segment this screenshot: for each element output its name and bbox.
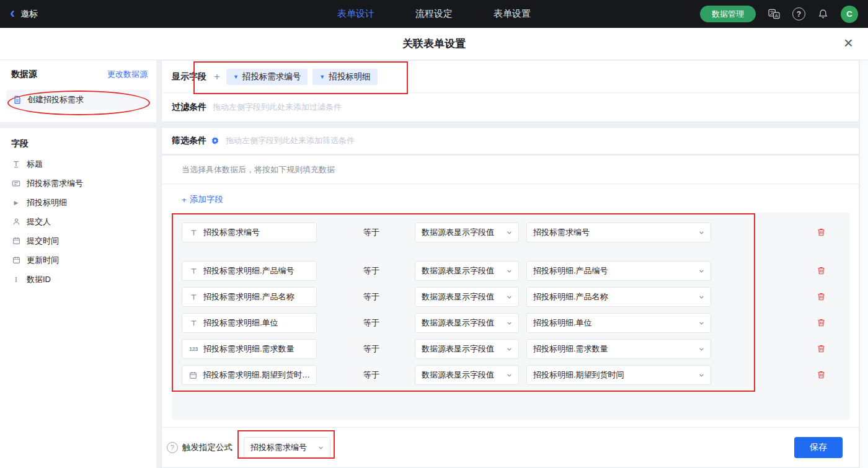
chevron-down-icon [699, 373, 704, 378]
text-icon [188, 229, 198, 237]
datasource-item[interactable]: 创建招投标需求 [6, 90, 150, 110]
add-field-button[interactable]: + 添加字段 [182, 194, 223, 205]
filter-drop-zone[interactable]: 过滤条件 拖动左侧字段到此处来添加过滤条件 [162, 93, 859, 121]
sidebar-field-4[interactable]: 提交时间 [0, 231, 156, 250]
rule-source-select[interactable]: 数据源表显示字段值 [415, 365, 519, 385]
rule-target-value: 招投标明细.期望到货时间 [533, 369, 624, 381]
datasource-title: 数据源 [11, 69, 37, 80]
rule-row: 招投标需求明细.单位等于数据源表显示字段值招投标明细.单位 [172, 313, 850, 333]
back-label[interactable]: 邀标 [20, 9, 38, 20]
rule-operator: 等于 [363, 287, 379, 307]
bell-icon[interactable] [818, 9, 828, 19]
rule-target-select[interactable]: 招投标需求编号 [526, 223, 711, 242]
calendar-icon [11, 256, 21, 264]
add-display-field-button[interactable]: + [214, 71, 220, 82]
rule-target-select[interactable]: 招投标明细.需求数量 [526, 339, 711, 359]
rule-target-select[interactable]: 招投标明细.产品编号 [526, 261, 711, 281]
tab-flow-settings[interactable]: 流程设定 [415, 8, 453, 20]
rule-field-chip[interactable]: 123招投标需求明细.需求数量 [182, 339, 317, 359]
rule-source-value: 数据源表显示字段值 [422, 227, 494, 238]
trash-icon[interactable] [817, 344, 826, 354]
field-label: 招投标需求编号 [27, 178, 83, 189]
display-field-chip[interactable]: ▼招投标需求编号 [226, 69, 308, 85]
datasource-panel: 数据源 更改数据源 创建招投标需求 [0, 60, 156, 122]
sidebar-field-1[interactable]: 招投标需求编号 [0, 174, 156, 193]
rule-target-value: 招投标明细.产品名称 [533, 291, 608, 302]
sidebar-field-2[interactable]: ▶招投标明细 [0, 193, 156, 212]
rule-field-chip[interactable]: 招投标需求明细.单位 [182, 313, 317, 333]
sidebar-field-5[interactable]: 更新时间 [0, 250, 156, 270]
rule-source-select[interactable]: 数据源表显示字段值 [415, 313, 519, 333]
svg-text:A: A [775, 13, 779, 19]
chevron-down-icon [699, 320, 704, 326]
rule-operator: 等于 [363, 365, 379, 385]
rule-row: 招投标需求明细.产品名称等于数据源表显示字段值招投标明细.产品名称 [172, 287, 850, 307]
rule-target-select[interactable]: 招投标明细.产品名称 [526, 287, 711, 307]
field-list: 标题招投标需求编号▶招投标明细提交人提交时间更新时间I数据ID [0, 154, 156, 289]
field-label: 数据ID [27, 274, 51, 285]
trash-icon[interactable] [817, 227, 826, 237]
rule-row: 招投标需求编号等于数据源表显示字段值招投标需求编号 [172, 223, 850, 242]
rule-target-select[interactable]: 招投标明细.单位 [526, 313, 711, 333]
sidebar-field-0[interactable]: 标题 [0, 154, 156, 174]
rule-field-chip[interactable]: 招投标需求明细.期望到货时… [182, 365, 317, 385]
help-glyph: ? [797, 10, 801, 19]
topbar-actions: 数据管理 文A ? C [700, 0, 858, 28]
chevron-down-icon [699, 268, 704, 274]
back-icon[interactable]: ‹ [10, 6, 15, 20]
rule-field-label: 招投标需求编号 [203, 227, 260, 238]
sidebar-field-6[interactable]: I数据ID [0, 270, 156, 289]
chevron-down-icon [699, 347, 704, 352]
help-icon[interactable]: ? [792, 7, 805, 20]
date-icon [188, 371, 198, 379]
field-label: 更新时间 [27, 255, 59, 266]
chevron-down-icon [318, 445, 324, 451]
plus-icon: + [182, 195, 187, 205]
rule-source-select[interactable]: 数据源表显示字段值 [415, 223, 519, 242]
formula-label: 触发指定公式 [182, 442, 232, 453]
trash-icon[interactable] [817, 266, 826, 276]
field-label: 提交人 [27, 216, 51, 227]
formula-help-icon[interactable]: ? [167, 442, 178, 453]
id-icon: I [11, 275, 21, 285]
rule-operator: 等于 [363, 223, 379, 242]
text-icon [188, 293, 198, 301]
trash-icon[interactable] [817, 292, 826, 302]
chevron-down-icon [507, 294, 512, 300]
gear-icon[interactable] [211, 136, 219, 145]
serial-icon [11, 179, 21, 188]
display-field-chip[interactable]: ▼招投标明细 [312, 69, 377, 85]
title-icon [11, 160, 21, 169]
rule-source-value: 数据源表显示字段值 [422, 291, 494, 302]
rule-target-value: 招投标明细.产品编号 [533, 265, 608, 276]
trash-icon[interactable] [817, 318, 826, 328]
translate-icon[interactable]: 文A [768, 9, 780, 19]
save-button[interactable]: 保存 [794, 437, 843, 458]
help-glyph: ? [170, 444, 174, 451]
data-manage-button[interactable]: 数据管理 [700, 6, 756, 22]
sidebar-field-3[interactable]: 提交人 [0, 212, 156, 231]
scrollbar-track[interactable] [859, 60, 868, 468]
avatar[interactable]: C [841, 6, 858, 23]
rule-source-select[interactable]: 数据源表显示字段值 [415, 339, 519, 359]
chevron-down-icon [699, 294, 704, 300]
rule-source-select[interactable]: 数据源表显示字段值 [415, 261, 519, 281]
trash-icon[interactable] [817, 370, 826, 380]
rule-field-chip[interactable]: 招投标需求编号 [182, 223, 317, 242]
display-fields-label: 显示字段 [172, 71, 206, 82]
rule-field-chip[interactable]: 招投标需求明细.产品编号 [182, 261, 317, 281]
screen-label: 筛选条件 [172, 135, 206, 146]
screen-drop-zone[interactable]: 筛选条件 拖动左侧字段到此处来添加筛选条件 [161, 127, 859, 154]
change-datasource-link[interactable]: 更改数据源 [107, 69, 148, 80]
formula-select[interactable]: 招投标需求编号 [244, 437, 330, 458]
close-icon[interactable]: × [844, 35, 853, 51]
rule-target-select[interactable]: 招投标明细.期望到货时间 [526, 365, 711, 385]
rule-field-chip[interactable]: 招投标需求明细.产品名称 [182, 287, 317, 307]
screen-placeholder: 拖动左侧字段到此处来添加筛选条件 [226, 135, 355, 146]
tab-form-design[interactable]: 表单设计 [337, 8, 374, 20]
tab-form-settings[interactable]: 表单设置 [494, 8, 531, 20]
rule-source-select[interactable]: 数据源表显示字段值 [415, 287, 519, 307]
fields-panel: 字段 标题招投标需求编号▶招投标明细提交人提交时间更新时间I数据ID [0, 128, 156, 468]
text-icon [188, 319, 198, 327]
caret-right-icon: ▶ [11, 200, 21, 206]
